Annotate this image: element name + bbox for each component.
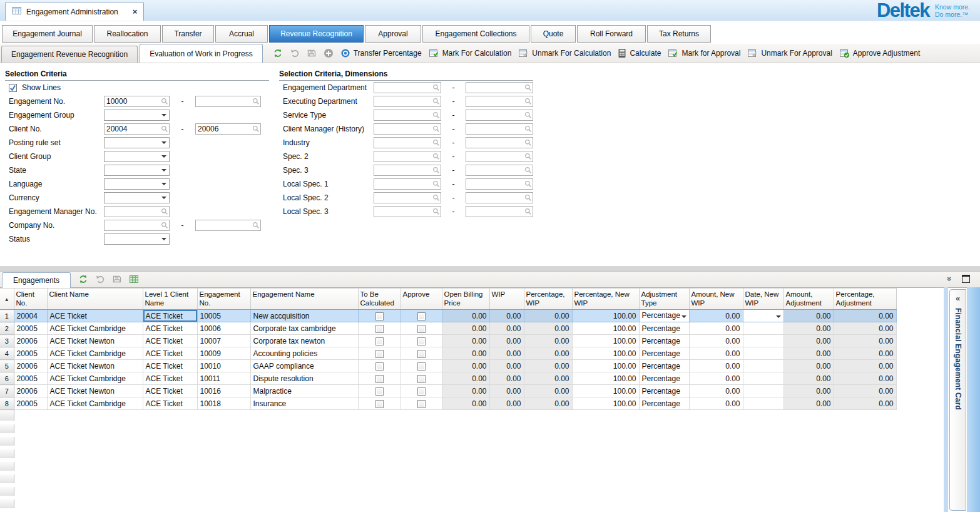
- search-input[interactable]: [374, 96, 441, 107]
- cell-approve[interactable]: [401, 310, 442, 322]
- cell-to-be-calculated[interactable]: [358, 372, 401, 385]
- column-header-client-no[interactable]: Client No.: [14, 289, 47, 310]
- toolbar-button-approve-adjustment[interactable]: Approve Adjustment: [839, 48, 920, 58]
- refresh-button[interactable]: [273, 48, 283, 58]
- cell-client-no[interactable]: 20006: [14, 360, 47, 372]
- search-input[interactable]: [466, 137, 533, 148]
- cell-client-name[interactable]: ACE Ticket Cambridge: [47, 347, 143, 360]
- checkbox[interactable]: [375, 387, 384, 396]
- cell-percentage-new-wip[interactable]: 100.00: [572, 335, 639, 347]
- cell-adjustment-type[interactable]: Percentage: [639, 322, 689, 335]
- checkbox[interactable]: [417, 387, 426, 396]
- cell-engagement-name[interactable]: GAAP compliance: [250, 360, 358, 372]
- window-tab-engagement-administration[interactable]: Engagement Administration ×: [5, 2, 144, 21]
- dropdown[interactable]: [104, 178, 170, 190]
- cell-engagement-name[interactable]: Insurance: [250, 397, 358, 410]
- cell-open-billing-price[interactable]: 0.00: [442, 310, 489, 322]
- search-input[interactable]: [374, 137, 441, 148]
- cell-client-no[interactable]: 20006: [14, 385, 47, 397]
- cell-client-no[interactable]: 20005: [14, 372, 47, 385]
- checkbox[interactable]: [375, 362, 384, 371]
- cell-adjustment-type[interactable]: Percentage: [639, 372, 689, 385]
- cell-percentage-wip[interactable]: 0.00: [524, 385, 572, 397]
- cell-level1-client-name[interactable]: ACE Ticket: [143, 397, 197, 410]
- cell-percentage-adjustment[interactable]: 0.00: [834, 397, 896, 410]
- checkbox[interactable]: [375, 325, 384, 333]
- column-header-open-billing-price[interactable]: Open Billing Price: [442, 289, 489, 310]
- main-tab-transfer[interactable]: Transfer: [162, 25, 214, 43]
- show-lines-checkbox[interactable]: [9, 84, 17, 92]
- cell-percentage-new-wip[interactable]: 100.00: [572, 322, 639, 335]
- chevron-down-icon[interactable]: [681, 315, 687, 320]
- cell-percentage-new-wip[interactable]: 100.00: [572, 372, 639, 385]
- refresh-button[interactable]: [78, 274, 88, 284]
- cell-engagement-name[interactable]: Accounting policies: [250, 347, 358, 360]
- cell-amount-adjustment[interactable]: 0.00: [783, 347, 834, 360]
- cell-open-billing-price[interactable]: 0.00: [442, 385, 489, 397]
- cell-date-new-wip[interactable]: [743, 335, 783, 347]
- column-header-client-name[interactable]: Client Name: [47, 289, 143, 310]
- cell-client-name[interactable]: ACE Ticket Cambridge: [47, 322, 143, 335]
- cell-engagement-name[interactable]: New accquisition: [250, 310, 358, 322]
- search-input[interactable]: [104, 220, 170, 231]
- row-number[interactable]: 6: [0, 372, 14, 385]
- cell-client-name[interactable]: ACE Ticket: [47, 310, 143, 322]
- checkbox[interactable]: [417, 400, 426, 408]
- cell-amount-new-wip[interactable]: 0.00: [689, 335, 743, 347]
- cell-open-billing-price[interactable]: 0.00: [442, 360, 489, 372]
- column-header-level1-client-name[interactable]: Level 1 Client Name: [143, 289, 197, 310]
- cell-engagement-no[interactable]: 10010: [197, 360, 250, 372]
- search-input[interactable]: [466, 206, 533, 217]
- cell-percentage-wip[interactable]: 0.00: [524, 322, 572, 335]
- checkbox[interactable]: [375, 400, 384, 408]
- cell-amount-new-wip[interactable]: 0.00: [689, 322, 743, 335]
- row-number-empty[interactable]: [0, 422, 14, 435]
- cell-wip[interactable]: 0.00: [489, 310, 524, 322]
- checkbox[interactable]: [375, 312, 384, 320]
- search-input[interactable]: [466, 82, 533, 93]
- cell-adjustment-type[interactable]: Percentage: [639, 360, 689, 372]
- checkbox[interactable]: [417, 350, 426, 358]
- cell-percentage-adjustment[interactable]: 0.00: [834, 385, 896, 397]
- cell-wip[interactable]: 0.00: [489, 335, 524, 347]
- column-header-engagement-name[interactable]: Engagement Name: [250, 289, 358, 310]
- column-header-adjustment-type[interactable]: Adjustment Type: [639, 289, 689, 310]
- dropdown[interactable]: [104, 192, 170, 203]
- cell-to-be-calculated[interactable]: [358, 335, 401, 347]
- row-number[interactable]: 7: [0, 385, 14, 397]
- cell-level1-client-name[interactable]: ACE Ticket: [143, 322, 197, 335]
- cell-engagement-name[interactable]: Corporate tax cambridge: [250, 322, 358, 335]
- cell-amount-new-wip[interactable]: 0.00: [689, 310, 743, 322]
- cell-wip[interactable]: 0.00: [489, 372, 524, 385]
- cell-client-no[interactable]: 20005: [14, 397, 47, 410]
- cell-client-name[interactable]: ACE Ticket Newton: [47, 360, 143, 372]
- column-header-date-new-wip[interactable]: Date, New WIP: [743, 289, 783, 310]
- cell-client-no[interactable]: 20006: [14, 335, 47, 347]
- undo-button[interactable]: [95, 274, 105, 284]
- checkbox[interactable]: [375, 350, 384, 358]
- dropdown[interactable]: [104, 165, 170, 176]
- cell-adjustment-type[interactable]: Percentage: [639, 347, 689, 360]
- dropdown[interactable]: [104, 233, 170, 245]
- toolbar-button-calculate[interactable]: Calculate: [618, 48, 661, 58]
- cell-to-be-calculated[interactable]: [358, 397, 401, 410]
- cell-engagement-no[interactable]: 10006: [197, 322, 250, 335]
- cell-engagement-no[interactable]: 10007: [197, 335, 250, 347]
- cell-level1-client-name[interactable]: ACE Ticket: [143, 360, 197, 372]
- cell-wip[interactable]: 0.00: [489, 347, 524, 360]
- cell-to-be-calculated[interactable]: [358, 347, 401, 360]
- search-input[interactable]: 10000: [104, 96, 170, 107]
- cell-to-be-calculated[interactable]: [358, 310, 401, 322]
- cell-percentage-adjustment[interactable]: 0.00: [834, 322, 896, 335]
- cell-amount-new-wip[interactable]: 0.00: [689, 397, 743, 410]
- undo-button[interactable]: [290, 48, 300, 58]
- row-number-empty[interactable]: [0, 435, 14, 448]
- main-tab-revenue-recognition[interactable]: Revenue Recognition: [269, 25, 364, 43]
- expand-panel-icon[interactable]: «: [956, 294, 960, 303]
- cell-date-new-wip[interactable]: [743, 385, 783, 397]
- row-number[interactable]: 1: [0, 310, 14, 322]
- column-header-percentage-wip[interactable]: Percentage, WIP: [524, 289, 572, 310]
- cell-open-billing-price[interactable]: 0.00: [442, 347, 489, 360]
- cell-level1-client-name[interactable]: ACE Ticket: [143, 385, 197, 397]
- toolbar-button-unmark-for-calculation[interactable]: Unmark For Calculation: [518, 48, 611, 58]
